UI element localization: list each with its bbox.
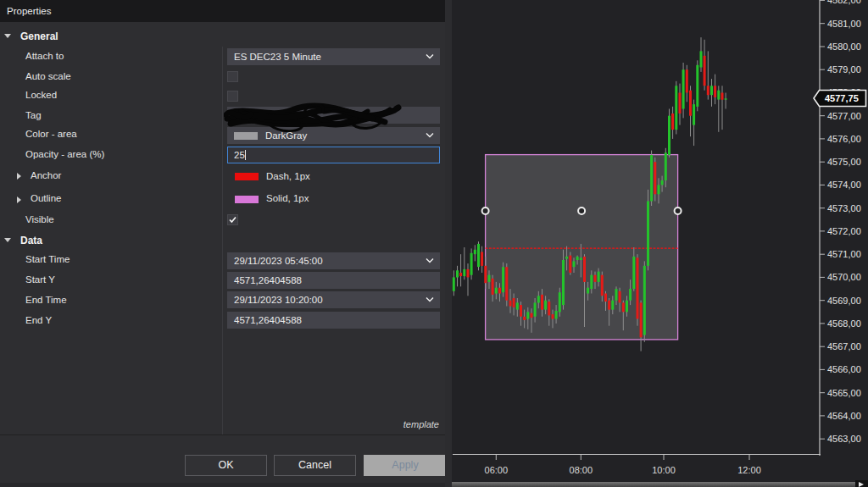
svg-text:4567,00: 4567,00 [827,341,861,351]
svg-text:08:00: 08:00 [570,465,593,475]
svg-text:4569,00: 4569,00 [827,296,861,306]
svg-text:4571,00: 4571,00 [827,249,861,259]
svg-text:06:00: 06:00 [485,465,509,475]
svg-text:4572,00: 4572,00 [827,226,861,236]
svg-text:12:00: 12:00 [737,465,761,475]
svg-text:4582,00: 4582,00 [827,0,861,5]
svg-text:4574,00: 4574,00 [827,180,861,190]
svg-text:4568,00: 4568,00 [827,318,861,329]
svg-text:4579,00: 4579,00 [827,64,861,75]
svg-text:4564,00: 4564,00 [827,411,861,421]
svg-text:4575,00: 4575,00 [827,157,861,167]
svg-text:4566,00: 4566,00 [827,364,861,374]
svg-text:4565,00: 4565,00 [827,388,861,398]
svg-text:4570,00: 4570,00 [827,272,861,282]
svg-text:4563,00: 4563,00 [827,434,861,444]
svg-text:4577,00: 4577,00 [827,111,861,121]
svg-text:4577,75: 4577,75 [825,93,859,103]
svg-text:4573,00: 4573,00 [827,203,861,213]
svg-text:4581,00: 4581,00 [827,19,861,29]
svg-text:4580,00: 4580,00 [827,42,861,52]
svg-text:4576,00: 4576,00 [827,134,861,144]
svg-text:10:00: 10:00 [652,465,676,475]
